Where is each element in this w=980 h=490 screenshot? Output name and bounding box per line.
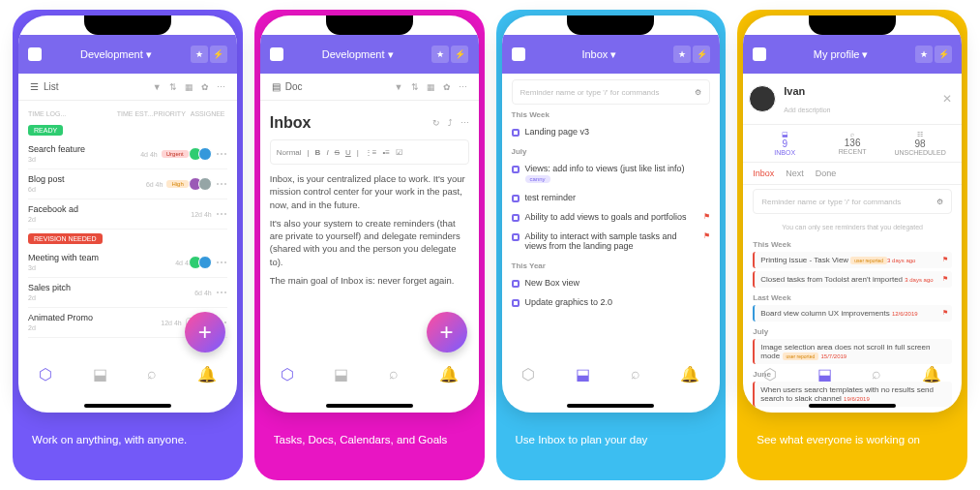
flag-icon[interactable]: ⚑ bbox=[942, 275, 948, 283]
header-title[interactable]: Inbox ▾ bbox=[581, 48, 616, 61]
fab-add-button[interactable]: + bbox=[185, 312, 225, 352]
italic-icon[interactable]: I bbox=[326, 148, 328, 157]
avatar[interactable] bbox=[198, 147, 212, 161]
tab-next[interactable]: Next bbox=[786, 168, 804, 178]
checkbox-icon[interactable] bbox=[512, 233, 520, 241]
list-item[interactable]: Ability to interact with sample tasks an… bbox=[512, 227, 711, 256]
search-input[interactable]: Reminder name or type '/' for commands⚙ bbox=[753, 189, 952, 214]
list-item[interactable]: Views: add info to views (just like list… bbox=[512, 159, 711, 188]
tab-search-icon[interactable]: ⌕ bbox=[147, 365, 157, 383]
task-row[interactable]: Blog post6d6d 4hHigh⋯ bbox=[28, 169, 227, 199]
more-icon[interactable]: ⋯ bbox=[459, 82, 467, 92]
gear-icon[interactable]: ⚙ bbox=[695, 88, 701, 97]
view-label[interactable]: ▤ Doc bbox=[272, 81, 303, 92]
checkbox-icon[interactable] bbox=[512, 195, 520, 202]
bolt-icon[interactable]: ⚡ bbox=[451, 46, 468, 63]
logo-icon[interactable]: ◆ bbox=[28, 47, 42, 61]
doc-more-icon[interactable]: ⋯ bbox=[460, 118, 469, 128]
settings-icon[interactable]: ✿ bbox=[443, 82, 451, 92]
tab-home-icon[interactable]: ⬡ bbox=[281, 365, 294, 383]
fab-add-button[interactable]: + bbox=[427, 312, 467, 352]
row-more-icon[interactable]: ⋯ bbox=[216, 147, 227, 161]
view-label[interactable]: ☰ List bbox=[30, 81, 59, 92]
task-row[interactable]: Facebook ad2d12d 4h⋯ bbox=[28, 199, 227, 230]
doc-body[interactable]: Inbox, is your centralized place to work… bbox=[270, 172, 469, 287]
tab-notif-icon[interactable]: 🔔 bbox=[197, 365, 217, 383]
avatar[interactable] bbox=[749, 85, 776, 112]
status-ready[interactable]: READY bbox=[28, 125, 63, 136]
checkbox-icon[interactable] bbox=[512, 214, 520, 222]
close-icon[interactable]: ✕ bbox=[942, 92, 952, 106]
task-row[interactable]: Sales pitch2d6d 4h⋯ bbox=[28, 278, 227, 308]
list-item[interactable]: Printing issue - Task View user reported… bbox=[753, 252, 952, 268]
logo-icon[interactable]: ◆ bbox=[753, 47, 766, 61]
row-more-icon[interactable]: ⋯ bbox=[216, 207, 227, 221]
sort-icon[interactable]: ⇅ bbox=[411, 82, 419, 92]
stat-recent[interactable]: ⌕ 136RECENT bbox=[820, 131, 884, 156]
logo-icon[interactable]: ◆ bbox=[512, 47, 525, 61]
task-row[interactable]: Meeting with team3d4d 4h⋯ bbox=[28, 248, 227, 278]
filter-icon[interactable]: ▼ bbox=[153, 82, 162, 92]
list-item[interactable]: Closed tasks from Todoist aren't importe… bbox=[753, 271, 952, 288]
list-item[interactable]: Ability to add views to goals and portfo… bbox=[512, 207, 711, 227]
flag-icon[interactable]: ⚑ bbox=[703, 231, 710, 240]
tab-notif-icon[interactable]: 🔔 bbox=[922, 365, 941, 383]
list-ol-icon[interactable]: ⋮≡ bbox=[365, 148, 377, 157]
list-check-icon[interactable]: ☑ bbox=[396, 148, 402, 157]
tab-home-icon[interactable]: ⬡ bbox=[39, 365, 52, 383]
row-more-icon[interactable]: ⋯ bbox=[216, 177, 227, 191]
tab-notif-icon[interactable]: 🔔 bbox=[439, 365, 459, 383]
stat-inbox[interactable]: ⬓ 9INBOX bbox=[753, 131, 817, 156]
tab-done[interactable]: Done bbox=[816, 168, 837, 178]
header-title[interactable]: Development ▾ bbox=[80, 48, 152, 61]
share-icon[interactable]: ⤴ bbox=[448, 118, 453, 128]
star-icon[interactable]: ★ bbox=[673, 46, 691, 63]
checkbox-icon[interactable] bbox=[512, 166, 520, 173]
logo-icon[interactable]: ◆ bbox=[270, 47, 283, 61]
settings-icon[interactable]: ✿ bbox=[201, 82, 209, 92]
bolt-icon[interactable]: ⚡ bbox=[693, 46, 710, 63]
star-icon[interactable]: ★ bbox=[431, 46, 449, 63]
star-icon[interactable]: ★ bbox=[191, 46, 208, 63]
bolt-icon[interactable]: ⚡ bbox=[935, 46, 952, 63]
row-more-icon[interactable]: ⋯ bbox=[216, 286, 227, 299]
header-title[interactable]: My profile ▾ bbox=[814, 48, 869, 61]
task-row[interactable]: Search feature3d4d 4hUrgent⋯ bbox=[28, 139, 227, 169]
list-item[interactable]: New Box view bbox=[512, 273, 711, 292]
list-item[interactable]: Update graphics to 2.0 bbox=[512, 292, 711, 312]
list-item[interactable]: Landing page v3 bbox=[512, 122, 711, 141]
tab-inbox[interactable]: Inbox bbox=[753, 168, 774, 178]
style-select[interactable]: Normal bbox=[277, 148, 302, 157]
gear-icon[interactable]: ⚙ bbox=[936, 198, 943, 206]
avatar[interactable] bbox=[198, 177, 212, 191]
row-more-icon[interactable]: ⋯ bbox=[216, 256, 227, 269]
flag-icon[interactable]: ⚑ bbox=[942, 309, 948, 317]
group-icon[interactable]: ▦ bbox=[427, 82, 435, 92]
underline-icon[interactable]: U bbox=[345, 148, 351, 157]
tab-home-icon[interactable]: ⬡ bbox=[763, 365, 777, 383]
search-input[interactable]: Reminder name or type '/' for commands⚙ bbox=[512, 79, 711, 105]
list-item[interactable]: test reminder bbox=[512, 188, 711, 207]
checkbox-icon[interactable] bbox=[512, 280, 520, 288]
more-icon[interactable]: ⋯ bbox=[217, 82, 225, 92]
stat-unscheduled[interactable]: ☷ 98UNSCHEDULED bbox=[888, 131, 952, 156]
tab-inbox-icon[interactable]: ⬓ bbox=[817, 365, 832, 383]
bolt-icon[interactable]: ⚡ bbox=[210, 46, 227, 63]
tab-search-icon[interactable]: ⌕ bbox=[389, 365, 399, 383]
tab-inbox-icon[interactable]: ⬓ bbox=[334, 365, 348, 383]
doc-toolbar[interactable]: Normal| B I S U| ⋮≡ •≡ ☑ bbox=[270, 139, 469, 165]
checkbox-icon[interactable] bbox=[512, 299, 520, 307]
list-item[interactable]: Board view column UX improvements 12/6/2… bbox=[753, 305, 952, 322]
filter-icon[interactable]: ▼ bbox=[395, 82, 403, 92]
bold-icon[interactable]: B bbox=[315, 148, 321, 157]
profile-desc[interactable]: Add description bbox=[784, 107, 830, 113]
flag-icon[interactable]: ⚑ bbox=[703, 212, 710, 221]
doc-title[interactable]: Inbox bbox=[270, 107, 312, 139]
status-revision[interactable]: REVISION NEEDED bbox=[28, 233, 103, 244]
tab-inbox-icon[interactable]: ⬓ bbox=[93, 365, 107, 383]
tab-inbox-icon[interactable]: ⬓ bbox=[576, 365, 590, 383]
header-title[interactable]: Development ▾ bbox=[322, 48, 394, 61]
sort-icon[interactable]: ⇅ bbox=[169, 82, 177, 92]
tab-home-icon[interactable]: ⬡ bbox=[521, 365, 535, 383]
refresh-icon[interactable]: ↻ bbox=[432, 118, 440, 128]
